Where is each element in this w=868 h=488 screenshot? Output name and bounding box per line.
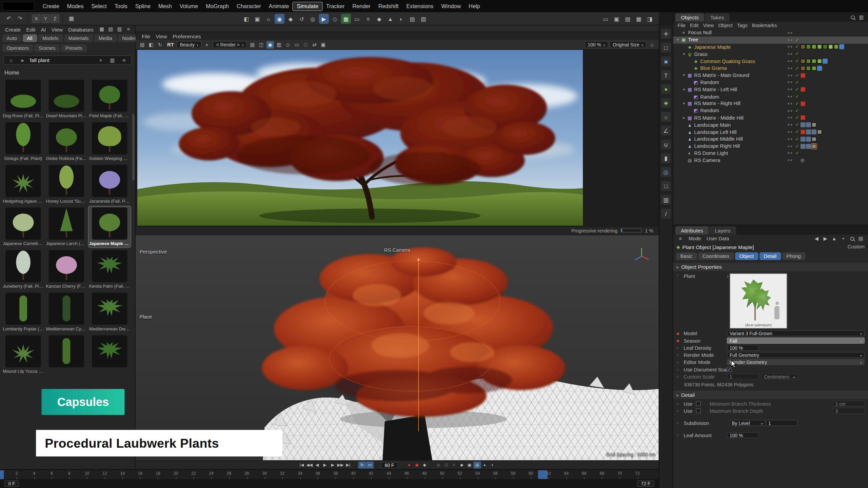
visibility-dots[interactable]	[786, 53, 794, 55]
filter-tab-models[interactable]: Models	[38, 34, 63, 42]
key-marker-icon[interactable]	[676, 360, 684, 364]
menu-window[interactable]: Window	[437, 2, 465, 10]
asset-item-dog-rose-fall-plant[interactable]: Dog-Rose (Fall, Plant)	[2, 79, 44, 120]
chevron-right-icon[interactable]	[727, 273, 729, 279]
clear-icon[interactable]: ×	[96, 56, 105, 64]
asset-browser-window-icon[interactable]: ▤	[623, 14, 633, 24]
measure-tool-icon[interactable]: ∠	[661, 126, 671, 136]
prev-key-icon[interactable]: ◀◀	[305, 462, 313, 469]
filter-tab-all[interactable]: All	[22, 34, 37, 42]
filter-tab-media[interactable]: Media	[94, 34, 117, 42]
menu-volume[interactable]: Volume	[176, 2, 202, 10]
detail-view-icon[interactable]: ▧	[116, 25, 123, 33]
tab-takes[interactable]: Takes	[705, 13, 730, 21]
object-common-quaking-grass[interactable]: ♣Common Quaking Grass✓	[673, 58, 868, 65]
scale-key-icon[interactable]: □	[442, 462, 450, 469]
next-frame-icon[interactable]: ▶	[329, 462, 337, 469]
zoom-dropdown[interactable]: 100 %	[585, 41, 608, 48]
menu-animate[interactable]: Animate	[265, 2, 293, 10]
material-swatch[interactable]	[801, 59, 806, 64]
compare-ab-icon[interactable]: ◫	[257, 41, 265, 48]
key-marker-icon[interactable]	[676, 273, 684, 277]
ab-menu-view[interactable]: View	[48, 26, 65, 33]
expand-arrow-icon[interactable]: ▾	[675, 38, 680, 42]
object-tags[interactable]	[801, 59, 866, 64]
enable-check-icon[interactable]: ✓	[794, 44, 801, 49]
attr-value[interactable]: 3	[833, 408, 865, 414]
solo-icon[interactable]: ◎	[473, 462, 481, 469]
menu-character[interactable]: Character	[233, 2, 265, 10]
prev-frame-icon[interactable]: ◀	[313, 462, 321, 469]
enable-check-icon[interactable]: ✓	[794, 151, 801, 156]
tab-attributes[interactable]: Attributes	[675, 226, 709, 235]
home-icon[interactable]: ⌂	[7, 56, 15, 64]
key-marker-icon[interactable]	[676, 353, 684, 357]
enable-check-icon[interactable]: ✓	[794, 73, 801, 78]
filter-tool-icon[interactable]: ▥	[661, 195, 671, 205]
attr-tab-coordinates[interactable]: Coordinates	[698, 252, 734, 260]
material-swatch[interactable]	[823, 44, 828, 49]
section-object-properties[interactable]: Object Properties	[673, 263, 868, 271]
asset-item-dwarf-mountain-pine[interactable]: Dwarf Mountain Pine (...	[45, 79, 87, 120]
tab-layers[interactable]: Layers	[709, 226, 736, 235]
render-view-icon[interactable]: ◧	[241, 14, 251, 24]
attr-value[interactable]: Centimeters	[761, 373, 798, 380]
menu-mesh[interactable]: Mesh	[155, 2, 176, 10]
asset-item-mediterranean-cypres[interactable]: Mediterranean Cypres...	[45, 291, 87, 332]
material-swatch[interactable]	[828, 44, 833, 49]
attr-value[interactable]: 1	[727, 373, 759, 380]
pen-tool-icon[interactable]: /	[661, 209, 671, 219]
expand-arrow-icon[interactable]: ▸	[682, 116, 687, 120]
asset-item-japanese-maple-fall[interactable]: Japanese Maple (Fall, ...	[88, 206, 131, 247]
key-marker-icon[interactable]	[676, 433, 684, 437]
filter-icon[interactable]: ▥	[857, 13, 865, 21]
visibility-dots[interactable]	[786, 145, 794, 147]
object-grass[interactable]: ▾ψGrass✓	[673, 50, 868, 58]
visibility-dots[interactable]	[786, 96, 794, 98]
object-blue-grama[interactable]: ♣Blue Grama✓	[673, 65, 868, 72]
enable-check-icon[interactable]: ✓	[794, 144, 801, 149]
home-icon[interactable]: ⌂	[7, 56, 16, 64]
render-settings-icon[interactable]: ☼	[263, 14, 273, 24]
camera-lock-icon[interactable]: ◐	[489, 462, 497, 469]
monitor-tool-icon[interactable]: □	[661, 181, 671, 191]
pin-icon[interactable]: ▪	[839, 235, 847, 242]
menu-render[interactable]: Render	[349, 2, 374, 10]
visibility-dots[interactable]	[786, 160, 794, 161]
tab-objects[interactable]: Objects	[675, 13, 704, 21]
enable-check-icon[interactable]: ✓	[794, 66, 801, 71]
object-tags[interactable]	[801, 137, 866, 142]
menu-create[interactable]: Create	[39, 2, 63, 10]
om-menu-file[interactable]: File	[675, 22, 688, 28]
range-icon[interactable]: ▭	[366, 462, 374, 469]
search-input[interactable]: fall plant	[30, 57, 94, 63]
enable-check-icon[interactable]: ✓	[794, 52, 801, 57]
record-icon[interactable]: ●	[405, 462, 413, 469]
histogram-icon[interactable]: ▥	[275, 41, 283, 48]
play-icon[interactable]: ▶	[321, 462, 329, 469]
axis-y-button[interactable]: Y	[41, 14, 50, 22]
object-japanese-maple[interactable]: ♣Japanese Maple✓	[673, 43, 868, 50]
checkbox[interactable]	[696, 401, 701, 406]
attr-value-model[interactable]: Variant 3 Full-Grown	[727, 330, 865, 337]
position-key-icon[interactable]: ◇	[435, 462, 442, 469]
visibility-dots[interactable]	[786, 131, 794, 133]
jump-start-icon[interactable]: |◀	[298, 462, 305, 469]
material-swatch[interactable]	[806, 59, 811, 64]
material-swatch[interactable]	[811, 66, 816, 71]
ab-menu-databases[interactable]: Databases	[65, 26, 96, 33]
layers-icon[interactable]: ▤	[249, 41, 256, 48]
phong-tag-icon[interactable]	[801, 122, 806, 127]
picture-viewer-icon[interactable]: ▣	[612, 14, 622, 24]
axis-gizmo[interactable]	[632, 245, 651, 264]
gear-tool-icon[interactable]: ☼	[661, 112, 671, 122]
parameter-key-icon[interactable]: ◆	[458, 462, 466, 469]
workplane-icon[interactable]: ▭	[352, 14, 362, 24]
list-icon[interactable]: ▤	[857, 235, 865, 242]
category-tab-scenes[interactable]: Scenes	[34, 44, 60, 52]
material-swatch[interactable]	[801, 66, 806, 71]
phong-tag-icon[interactable]	[806, 137, 811, 142]
expand-arrow-icon[interactable]: ▾	[682, 52, 687, 56]
camera-icon[interactable]: ◎	[308, 14, 318, 24]
redshift-tag-icon[interactable]	[817, 66, 822, 71]
